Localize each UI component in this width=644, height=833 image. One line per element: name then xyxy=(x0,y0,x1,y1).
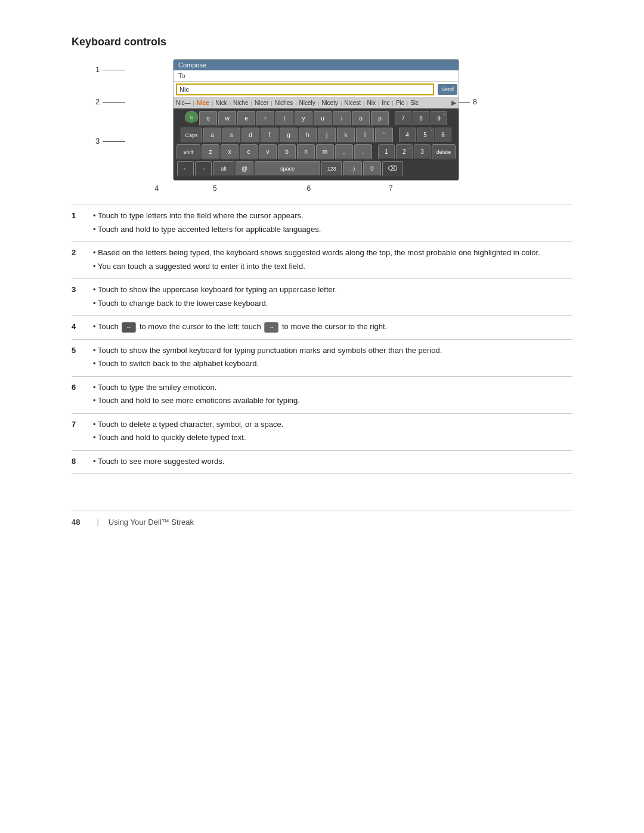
key-h[interactable]: h xyxy=(299,128,317,143)
desc-bullets-2: Based on the letters being typed, the ke… xyxy=(93,247,569,272)
key-g[interactable]: g xyxy=(280,128,298,143)
key-123[interactable]: 123 xyxy=(321,161,342,176)
section-title: Keyboard controls xyxy=(72,36,572,48)
key-shift[interactable]: shift xyxy=(177,144,200,160)
footer-text: Using Your Dell™ Streak xyxy=(109,518,194,527)
desc-num-8: 8 xyxy=(72,450,89,474)
key-at[interactable]: @ xyxy=(236,161,253,176)
key-8[interactable]: 8 xyxy=(413,111,429,126)
key-6[interactable]: 6 xyxy=(435,128,451,143)
desc-bullet-8-1: Touch to see more suggested words. xyxy=(93,456,569,467)
desc-row-6: 6 Touch to type the smiley emoticon. Tou… xyxy=(72,376,572,413)
key-zero[interactable]: 0 xyxy=(363,161,381,176)
input-row: Nic Send xyxy=(174,82,459,98)
key-o[interactable]: o xyxy=(352,111,370,126)
desc-bullets-6: Touch to type the smiley emoticon. Touch… xyxy=(93,382,569,407)
typed-text: Nic xyxy=(179,86,189,93)
suggestion-nicest[interactable]: Nicest xyxy=(344,100,361,106)
key-4[interactable]: 4 xyxy=(399,128,416,143)
key-q[interactable]: q xyxy=(199,111,217,126)
key-i[interactable]: i xyxy=(333,111,351,126)
key-3[interactable]: 3 xyxy=(414,144,431,160)
key-c[interactable]: c xyxy=(240,144,258,160)
key-apostrophe[interactable]: ' xyxy=(375,128,393,143)
suggestion-pic[interactable]: Pic xyxy=(396,100,404,106)
typed-field: Nic xyxy=(176,83,434,95)
key-w[interactable]: w xyxy=(218,111,236,126)
suggestion-niches[interactable]: Niches xyxy=(275,100,293,106)
key-p[interactable]: p xyxy=(371,111,389,126)
desc-bullet-1-1: Touch to type letters into the field whe… xyxy=(93,210,569,222)
key-z[interactable]: z xyxy=(202,144,219,160)
key-d[interactable]: d xyxy=(242,128,259,143)
key-circle[interactable]: ⊙ xyxy=(185,111,198,124)
key-f[interactable]: f xyxy=(261,128,278,143)
callout-label-3: 3 xyxy=(95,137,100,145)
key-n[interactable]: n xyxy=(297,144,315,160)
key-a[interactable]: a xyxy=(203,128,221,143)
key-7[interactable]: 7 xyxy=(395,111,411,126)
key-v[interactable]: v xyxy=(259,144,277,160)
desc-bullet-5-1: Touch to show the symbol keyboard for ty… xyxy=(93,345,569,357)
key-x[interactable]: x xyxy=(221,144,239,160)
suggestion-nix[interactable]: Nix xyxy=(367,100,375,106)
page-number: 48 xyxy=(72,518,80,527)
suggestion-nice[interactable]: Nice xyxy=(197,100,209,106)
key-caps[interactable]: Caps xyxy=(181,128,202,143)
key-backspace[interactable]: ⌫ xyxy=(382,161,402,176)
right-arrow-key-inline: → xyxy=(264,322,278,333)
key-space[interactable]: space xyxy=(255,161,320,176)
key-t[interactable]: t xyxy=(275,111,293,126)
desc-content-3: Touch to show the uppercase keyboard for… xyxy=(89,279,572,316)
kb-row-4: ← → alt @ space 123 :-) 0 ⌫ xyxy=(176,161,456,176)
key-1[interactable]: 1 xyxy=(378,144,395,160)
desc-bullets-5: Touch to show the symbol keyboard for ty… xyxy=(93,345,569,370)
key-9[interactable]: +9 xyxy=(431,111,447,126)
key-r[interactable]: r xyxy=(256,111,274,126)
key-left-arrow[interactable]: ← xyxy=(177,161,194,176)
desc-content-1: Touch to type letters into the field whe… xyxy=(89,205,572,242)
desc-content-6: Touch to type the smiley emoticon. Touch… xyxy=(89,376,572,413)
desc-bullet-2-2: You can touch a suggested word to enter … xyxy=(93,261,569,272)
footer-divider: | xyxy=(97,518,98,527)
desc-row-8: 8 Touch to see more suggested words. xyxy=(72,450,572,474)
suggestion-nicety[interactable]: Nicety xyxy=(321,100,338,106)
desc-bullets-8: Touch to see more suggested words. xyxy=(93,456,569,467)
key-s[interactable]: s xyxy=(222,128,240,143)
key-e[interactable]: e xyxy=(237,111,255,126)
suggestion-sic[interactable]: Sic xyxy=(410,100,419,106)
key-right-arrow[interactable]: → xyxy=(195,161,212,176)
kb-row-1: ⊙ q w e r t y u i o p 7 8 +9 xyxy=(176,111,456,126)
key-b[interactable]: b xyxy=(278,144,296,160)
key-k[interactable]: k xyxy=(337,128,355,143)
suggestion-nic-dash[interactable]: Nic— xyxy=(176,100,190,106)
desc-row-3: 3 Touch to show the uppercase keyboard f… xyxy=(72,279,572,316)
suggestion-nick[interactable]: Nick xyxy=(215,100,227,106)
compose-bar: Compose xyxy=(174,60,459,70)
callout-label-8: 8 xyxy=(473,97,477,106)
compose-label: Compose xyxy=(178,61,206,69)
key-u[interactable]: u xyxy=(314,111,332,126)
more-suggestions-arrow[interactable]: ▶ xyxy=(451,99,456,107)
desc-bullet-7-1: Touch to delete a typed character, symbo… xyxy=(93,419,569,431)
key-delete-row3[interactable]: delete xyxy=(432,144,456,160)
desc-num-3: 3 xyxy=(72,279,89,316)
key-2[interactable]: 2r xyxy=(396,144,413,160)
key-j[interactable]: j xyxy=(318,128,336,143)
suggestion-nicely[interactable]: Nicely xyxy=(299,100,315,106)
key-y[interactable]: y xyxy=(295,111,312,126)
key-period[interactable]: . xyxy=(354,144,372,160)
suggestion-niche[interactable]: Niche xyxy=(233,100,249,106)
desc-content-5: Touch to show the symbol keyboard for ty… xyxy=(89,339,572,376)
key-5[interactable]: 5' xyxy=(417,128,434,143)
suggestion-inc[interactable]: Inc xyxy=(382,100,389,106)
key-m[interactable]: m xyxy=(316,144,334,160)
bottom-label-7: 7 xyxy=(389,184,393,193)
key-smiley[interactable]: :-) xyxy=(343,161,362,176)
keyboard-body: ⊙ q w e r t y u i o p 7 8 +9 xyxy=(174,109,459,180)
key-comma[interactable]: , xyxy=(335,144,353,160)
key-alt[interactable]: alt xyxy=(213,161,234,176)
send-button[interactable]: Send xyxy=(438,84,457,95)
key-l[interactable]: l xyxy=(356,128,374,143)
suggestion-nicer[interactable]: Nicer xyxy=(255,100,268,106)
